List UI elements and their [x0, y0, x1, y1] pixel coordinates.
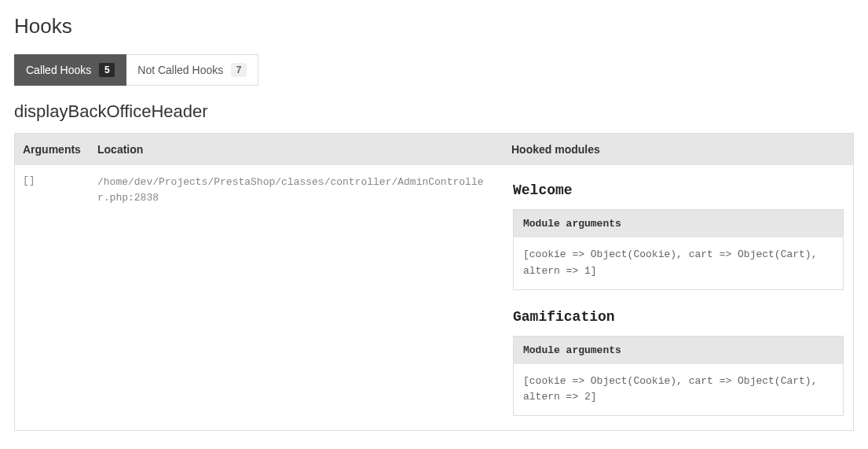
cell-location: /home/dev/Projects/PrestaShop/classes/co… [90, 165, 504, 430]
module-block: Welcome Module arguments [cookie => Obje… [513, 182, 844, 290]
module-args-header: Module arguments [514, 210, 843, 237]
cell-hooked-modules: Welcome Module arguments [cookie => Obje… [504, 165, 853, 430]
tab-badge: 5 [99, 63, 115, 77]
module-args-body: [cookie => Object(Cookie), cart => Objec… [514, 237, 843, 289]
tab-called-hooks[interactable]: Called Hooks 5 [14, 54, 126, 86]
module-block: Gamification Module arguments [cookie =>… [513, 309, 844, 417]
tabs: Called Hooks 5 Not Called Hooks 7 [14, 54, 854, 86]
table-header: Arguments Location Hooked modules [15, 134, 853, 165]
page-title: Hooks [14, 14, 854, 39]
module-args-header: Module arguments [514, 337, 843, 364]
tab-label: Not Called Hooks [137, 64, 223, 76]
module-args-box: Module arguments [cookie => Object(Cooki… [513, 336, 844, 417]
module-args-body: [cookie => Object(Cookie), cart => Objec… [514, 364, 843, 416]
hook-name: displayBackOfficeHeader [14, 101, 854, 122]
cell-arguments: [] [15, 165, 90, 430]
module-title: Gamification [513, 309, 844, 325]
module-args-box: Module arguments [cookie => Object(Cooki… [513, 209, 844, 290]
table-row: [] /home/dev/Projects/PrestaShop/classes… [15, 165, 853, 430]
header-hooked-modules: Hooked modules [504, 134, 853, 165]
header-arguments: Arguments [15, 134, 90, 165]
module-title: Welcome [513, 182, 844, 198]
hook-panel: Arguments Location Hooked modules [] /ho… [14, 133, 854, 431]
tab-not-called-hooks[interactable]: Not Called Hooks 7 [126, 54, 258, 86]
header-location: Location [90, 134, 504, 165]
tab-label: Called Hooks [26, 64, 91, 76]
tab-badge: 7 [231, 63, 247, 77]
